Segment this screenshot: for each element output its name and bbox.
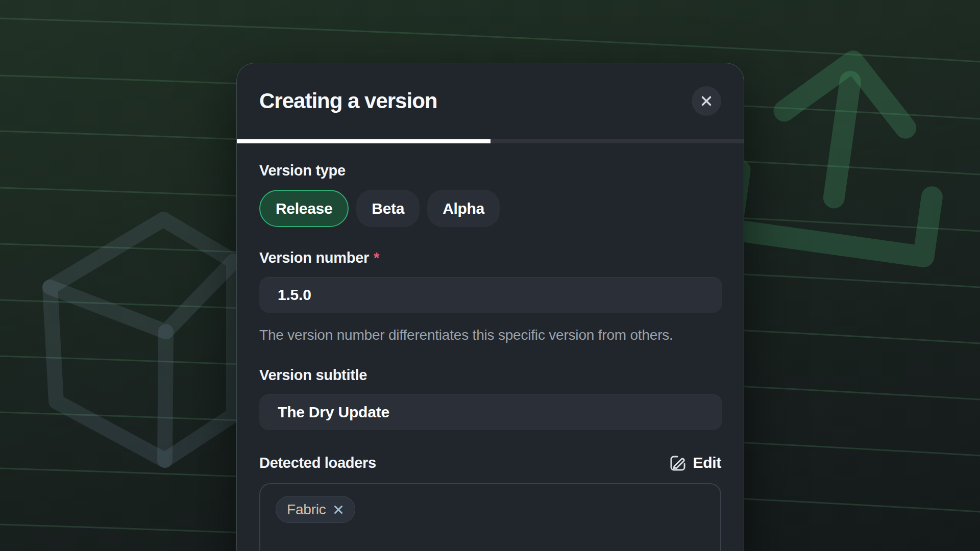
loader-chip-label: Fabric [287,502,326,518]
modal-header: Creating a version [237,63,744,139]
version-number-label: Version number* [259,249,721,266]
edit-loaders-button[interactable]: Edit [669,454,721,471]
close-icon [699,93,714,109]
detected-loaders-box: Fabric [259,483,721,551]
create-version-modal: Creating a version Version type Release … [236,63,744,551]
version-subtitle-input[interactable] [259,394,722,430]
version-type-alpha-button[interactable]: Alpha [427,190,500,227]
edit-button-label: Edit [693,454,721,471]
detected-loaders-section: Detected loaders Edit Fabric [259,451,721,551]
version-type-options: Release Beta Alpha [259,190,721,227]
version-number-help: The version number differentiates this s… [259,324,708,346]
detected-loaders-header: Detected loaders Edit [259,451,721,474]
close-button[interactable] [692,86,721,116]
progress-fill [237,139,491,143]
detected-loaders-label: Detected loaders [259,455,376,471]
modal-title: Creating a version [259,89,437,113]
progress-track [237,139,744,143]
version-subtitle-section: Version subtitle [259,367,721,430]
version-type-label: Version type [259,162,721,179]
version-type-release-button[interactable]: Release [259,190,349,227]
loader-chip-fabric: Fabric [276,496,355,523]
edit-icon [669,454,687,471]
version-type-beta-button[interactable]: Beta [356,190,420,227]
version-type-section: Version type Release Beta Alpha [259,162,721,227]
modal-body: Version type Release Beta Alpha Version … [237,143,744,551]
version-number-input[interactable] [259,277,722,313]
version-subtitle-label: Version subtitle [259,367,721,384]
cube-wireframe-icon [50,219,234,460]
required-asterisk: * [374,249,379,266]
upload-arrow-icon [731,48,949,257]
version-number-section: Version number* The version number diffe… [259,249,721,346]
remove-loader-icon[interactable] [333,504,344,515]
